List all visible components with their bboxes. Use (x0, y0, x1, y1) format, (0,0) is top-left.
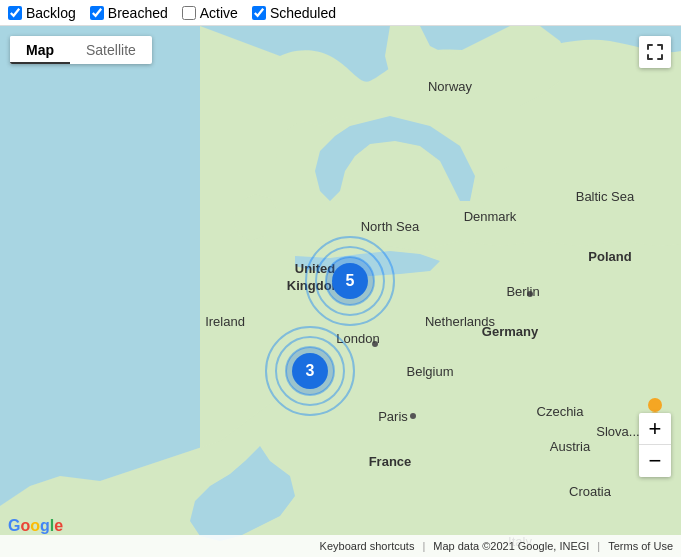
filter-scheduled-label: Scheduled (270, 5, 336, 21)
cluster-west[interactable]: 3 (292, 353, 328, 389)
map-label-austria: Austria (550, 439, 591, 454)
map-type-map-button[interactable]: Map (10, 36, 70, 64)
zoom-out-button[interactable]: − (639, 445, 671, 477)
filter-bar: BacklogBreachedActiveScheduled (0, 0, 681, 26)
map-label-uk: United (295, 261, 336, 276)
map-label-slova: Slova... (596, 424, 639, 439)
map-type-controls: MapSatellite (10, 36, 152, 64)
separator-1: | (422, 540, 425, 552)
cluster-uk[interactable]: 5 (332, 263, 368, 299)
svg-point-4 (648, 398, 662, 412)
filter-breached[interactable]: Breached (90, 5, 168, 21)
map-label-norway: Norway (428, 79, 473, 94)
map-label-belgium: Belgium (407, 364, 454, 379)
map-label-baltic-sea: Baltic Sea (576, 189, 635, 204)
filter-active-label: Active (200, 5, 238, 21)
filter-backlog-label: Backlog (26, 5, 76, 21)
map-label-denmark: Denmark (464, 209, 517, 224)
fullscreen-button[interactable] (639, 36, 671, 68)
map-type-satellite-button[interactable]: Satellite (70, 36, 152, 64)
filter-scheduled[interactable]: Scheduled (252, 5, 336, 21)
keyboard-shortcuts[interactable]: Keyboard shortcuts (320, 540, 415, 552)
map-label-ireland: Ireland (205, 314, 245, 329)
cluster-uk-count[interactable]: 5 (332, 263, 368, 299)
bottom-bar: Keyboard shortcuts | Map data ©2021 Goog… (0, 535, 681, 557)
filter-scheduled-checkbox[interactable] (252, 6, 266, 20)
cluster-west-count[interactable]: 3 (292, 353, 328, 389)
map-label-poland: Poland (588, 249, 631, 264)
map-label-france: France (369, 454, 412, 469)
map-label-paris: Paris (378, 409, 408, 424)
filter-backlog-checkbox[interactable] (8, 6, 22, 20)
map-label-germany: Germany (482, 324, 539, 339)
filter-breached-label: Breached (108, 5, 168, 21)
filter-active[interactable]: Active (182, 5, 238, 21)
map-container: NorwayNorth SeaDenmarkUnitedKingdomIrela… (0, 26, 681, 557)
map-label-czechia: Czechia (537, 404, 585, 419)
zoom-controls: + − (639, 413, 671, 477)
map-label-berlin: Berlin (506, 284, 539, 299)
svg-text:Google: Google (8, 517, 63, 534)
terms-of-use-link[interactable]: Terms of Use (608, 540, 673, 552)
filter-active-checkbox[interactable] (182, 6, 196, 20)
map-data-attribution: Map data ©2021 Google, INEGI (433, 540, 589, 552)
map-label-north-sea: North Sea (361, 219, 420, 234)
map-label-croatia: Croatia (569, 484, 612, 499)
zoom-in-button[interactable]: + (639, 413, 671, 445)
filter-backlog[interactable]: Backlog (8, 5, 76, 21)
svg-point-2 (410, 413, 416, 419)
filter-breached-checkbox[interactable] (90, 6, 104, 20)
map-label-london: London (336, 331, 379, 346)
separator-2: | (597, 540, 600, 552)
